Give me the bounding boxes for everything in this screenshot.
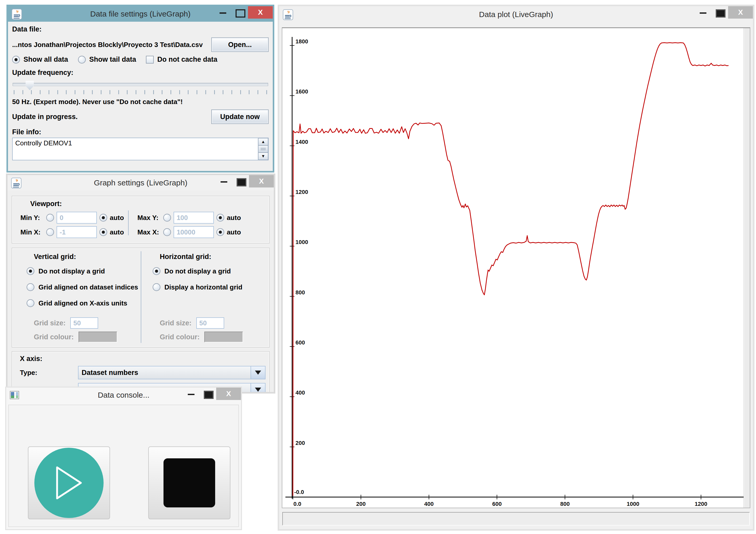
- minimize-button[interactable]: [183, 387, 200, 399]
- plot-window-title: Data plot (LiveGraph): [279, 10, 753, 19]
- min-x-manual-radio[interactable]: [46, 228, 54, 236]
- min-y-field[interactable]: 0: [57, 212, 97, 224]
- file-info-scrollbar[interactable]: ▲ ▼: [258, 138, 268, 160]
- slider-tick: [92, 90, 93, 94]
- maximize-button[interactable]: [712, 6, 728, 18]
- close-button[interactable]: X: [728, 6, 753, 18]
- min-x-field[interactable]: -1: [57, 226, 97, 238]
- vgrid-colour-swatch[interactable]: [78, 332, 117, 342]
- vgrid-option-none[interactable]: Do not display a grid: [27, 265, 141, 277]
- hgrid-option-display[interactable]: Display a horizontal grid: [153, 281, 269, 293]
- x-tick-label: 0.0: [293, 501, 301, 507]
- hgrid-colour-swatch[interactable]: [204, 332, 243, 342]
- min-x-auto-radio[interactable]: [99, 228, 107, 236]
- file-info-label: File info:: [12, 128, 269, 136]
- y-tick-label: 1600: [295, 88, 308, 95]
- show-all-data-radio[interactable]: [12, 56, 20, 64]
- origin-label: -0.0: [294, 489, 304, 495]
- close-button[interactable]: X: [249, 175, 274, 187]
- slider-track[interactable]: [13, 83, 268, 86]
- window-data-file-settings: Data file settings (LiveGraph) X Data fi…: [7, 5, 274, 173]
- vgrid-colour-label: Grid colour:: [34, 333, 74, 341]
- close-button[interactable]: X: [216, 387, 241, 400]
- scrollbar-thumb[interactable]: [258, 146, 268, 153]
- plot-titlebar[interactable]: Data plot (LiveGraph) X: [279, 6, 753, 23]
- min-y-auto-radio[interactable]: [99, 214, 107, 222]
- chevron-down-icon[interactable]: [251, 366, 265, 379]
- hgrid-colour-label: Grid colour:: [160, 333, 200, 341]
- radio-icon[interactable]: [27, 299, 34, 307]
- auto-label: auto: [110, 228, 124, 236]
- console-titlebar[interactable]: Data console... X: [6, 387, 241, 403]
- do-not-cache-checkbox[interactable]: [146, 56, 154, 64]
- frequency-note: 50 Hz. (Expert mode). Never use "Do not …: [12, 98, 269, 106]
- show-tail-data-radio[interactable]: [78, 56, 86, 64]
- stop-button[interactable]: [148, 446, 230, 519]
- auto-label: auto: [110, 214, 124, 222]
- maximize-button[interactable]: [200, 387, 216, 399]
- slider-tick: [66, 90, 67, 94]
- slider-thumb[interactable]: [26, 81, 34, 90]
- type-combobox[interactable]: Dataset numbers: [78, 366, 265, 379]
- update-frequency-slider[interactable]: [12, 80, 269, 89]
- slider-tick: [249, 90, 250, 94]
- vgrid-option-dataset[interactable]: Grid aligned on dataset indices: [27, 281, 141, 293]
- max-y-field[interactable]: 100: [174, 212, 214, 224]
- vgrid-size-field[interactable]: 50: [70, 317, 98, 329]
- slider-tick: [101, 90, 101, 94]
- slider-ticks: [12, 90, 269, 95]
- y-tick-label: 200: [295, 440, 305, 446]
- y-tick-label: 1800: [295, 38, 308, 45]
- y-tick-label: 1000: [295, 239, 308, 245]
- max-x-auto-radio[interactable]: [216, 228, 224, 236]
- java-icon: [11, 177, 21, 189]
- chevron-down-icon[interactable]: [251, 384, 265, 393]
- window-graph-settings: Graph settings (LiveGraph) X Viewport: M…: [6, 174, 275, 393]
- radio-icon[interactable]: [153, 283, 160, 291]
- radio-icon[interactable]: [153, 267, 160, 275]
- minimize-button[interactable]: [216, 175, 232, 187]
- slider-tick: [14, 90, 14, 94]
- slider-tick: [31, 90, 32, 94]
- minimize-button[interactable]: [695, 6, 712, 18]
- min-y-manual-radio[interactable]: [46, 214, 54, 222]
- open-button[interactable]: Open...: [211, 38, 269, 52]
- minimize-button[interactable]: [215, 6, 231, 18]
- scroll-down-icon[interactable]: ▼: [258, 153, 268, 160]
- hgrid-size-field[interactable]: 50: [196, 317, 224, 329]
- update-frequency-label: Update frequency:: [12, 69, 269, 77]
- hgrid-option-none[interactable]: Do not display a grid: [153, 265, 269, 277]
- close-button[interactable]: X: [248, 6, 273, 18]
- max-x-field[interactable]: 10000: [174, 226, 214, 238]
- plot-scrollbar[interactable]: [743, 28, 750, 508]
- data-file-path: ...ntos Jonathan\Projectos Blockly\Proye…: [12, 41, 211, 49]
- radio-icon[interactable]: [27, 267, 34, 275]
- plot-svg: 20040060080010001200140016001800-0.00.02…: [282, 28, 749, 507]
- file-titlebar[interactable]: Data file settings (LiveGraph) X: [8, 6, 273, 22]
- x-tick-label: 1200: [695, 501, 708, 507]
- maximize-button[interactable]: [231, 6, 248, 18]
- type-label: Type:: [20, 369, 78, 377]
- x-tick-label: 1000: [627, 501, 639, 507]
- slider-tick: [22, 90, 23, 94]
- play-button[interactable]: [28, 446, 110, 519]
- max-y-auto-radio[interactable]: [216, 214, 224, 222]
- graph-titlebar[interactable]: Graph settings (LiveGraph) X: [8, 175, 274, 191]
- window-data-plot: Data plot (LiveGraph) X 2004006008001000…: [278, 5, 754, 531]
- maximize-button[interactable]: [232, 175, 249, 187]
- show-all-data-label: Show all data: [23, 56, 68, 64]
- slider-tick: [179, 90, 180, 94]
- plot-status-bar: [282, 512, 750, 525]
- scroll-up-icon[interactable]: ▲: [258, 138, 268, 146]
- viewport-label: Viewport:: [30, 200, 265, 208]
- update-now-button[interactable]: Update now: [211, 110, 269, 124]
- radio-icon[interactable]: [27, 283, 34, 291]
- vgrid-option-xunits[interactable]: Grid aligned on X-axis units: [27, 298, 141, 309]
- max-x-manual-radio[interactable]: [163, 228, 171, 236]
- console-window-icon: [10, 391, 19, 399]
- slider-tick: [162, 90, 162, 94]
- file-info-textarea[interactable]: Controlly DEMOV1 ▲ ▼: [12, 138, 269, 160]
- max-y-manual-radio[interactable]: [163, 214, 171, 222]
- vgrid-size-label: Grid size:: [34, 319, 66, 327]
- y-tick-label: 1400: [295, 139, 308, 145]
